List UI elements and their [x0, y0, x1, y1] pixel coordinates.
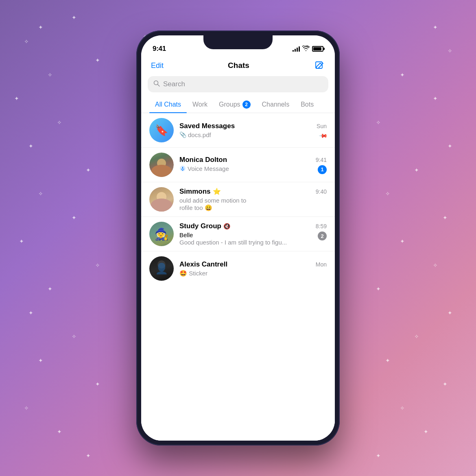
avatar-alexis: 👤 [149, 256, 174, 281]
mute-icon-study: 🔇 [223, 223, 230, 229]
avatar-saved: 🔖 [149, 118, 174, 142]
tab-bots-label: Bots [301, 101, 314, 108]
chat-time-study: 8:59 [316, 223, 327, 229]
chat-preview-row-study: Belle Good question - I am still trying … [179, 231, 327, 246]
app-content: Edit Chats Search [141, 57, 335, 441]
compose-icon [314, 61, 324, 70]
avatar-simmons [149, 187, 174, 212]
svg-line-2 [158, 85, 160, 87]
chat-content-saved: Saved Messages Sun 📎 docs.pdf 📌 [179, 122, 327, 139]
chat-top-row-study: Study Group 🔇 8:59 [179, 222, 327, 230]
chats-header: Edit Chats [141, 57, 335, 76]
chat-item-simmons[interactable]: Simmons ⭐ 9:40 ould add some motion to r… [141, 182, 335, 217]
chat-top-row-simmons: Simmons ⭐ 9:40 [179, 188, 327, 196]
bookmark-icon: 🔖 [155, 124, 168, 137]
chat-top-row-monica: Monica Dolton 9:41 [179, 156, 327, 164]
chat-name-study: Study Group 🔇 [179, 222, 230, 230]
chats-title: Chats [228, 61, 249, 70]
chat-content-alexis: Alexis Cantrell Mon 🤩 Sticker [179, 260, 327, 277]
avatar-study-photo: 🧙 [149, 222, 174, 246]
wifi-icon [302, 46, 310, 52]
chat-item-monica[interactable]: Monica Dolton 9:41 [141, 148, 335, 182]
study-avatar-emoji: 🧙 [149, 222, 174, 246]
chat-time-monica: 9:41 [316, 157, 327, 163]
signal-bar-2 [295, 49, 296, 52]
search-placeholder: Search [163, 80, 185, 88]
chat-time-alexis: Mon [316, 261, 327, 268]
tab-groups[interactable]: Groups 2 [213, 97, 256, 113]
search-icon-svg [153, 80, 160, 87]
search-icon [153, 80, 160, 88]
chat-preview-row-simmons: ould add some motion to rofile too 😄 [179, 197, 327, 212]
chat-preview-row-alexis: 🤩 Sticker [179, 270, 327, 277]
chat-content-monica: Monica Dolton 9:41 [179, 156, 327, 174]
tab-groups-badge: 2 [242, 100, 251, 109]
signal-icon [293, 46, 300, 52]
chat-name-monica: Monica Dolton [179, 156, 227, 164]
chat-preview-monica: Voice Message [179, 165, 293, 172]
chat-preview-alexis: 🤩 Sticker [179, 270, 293, 277]
chat-preview-row-monica: Voice Message 1 [179, 165, 327, 174]
tab-all-chats[interactable]: All Chats [149, 97, 187, 113]
chat-item-study[interactable]: 🧙 Study Group 🔇 8:59 [141, 217, 335, 251]
battery-icon [312, 46, 323, 52]
avatar-monica [149, 153, 174, 177]
tab-channels-label: Channels [262, 101, 290, 108]
signal-bar-4 [299, 46, 300, 52]
phone-screen: 9:41 [141, 35, 335, 441]
avatar-simmons-photo [149, 187, 174, 212]
paperclip-icon: 📎 [179, 131, 186, 138]
unread-badge-study: 2 [318, 231, 327, 240]
status-time: 9:41 [153, 45, 166, 53]
chat-top-row-alexis: Alexis Cantrell Mon [179, 260, 327, 269]
chat-time-saved: Sun [317, 123, 327, 129]
tab-channels[interactable]: Channels [256, 97, 295, 113]
chat-preview-saved: 📎 docs.pdf [179, 131, 293, 138]
pin-icon-saved: 📌 [319, 131, 328, 140]
tab-work-label: Work [192, 101, 207, 108]
tab-bots[interactable]: Bots [295, 97, 319, 113]
phone-notch [203, 35, 273, 49]
unread-badge-monica: 1 [318, 165, 327, 174]
chat-content-simmons: Simmons ⭐ 9:40 ould add some motion to r… [179, 188, 327, 212]
chat-name-simmons: Simmons ⭐ [179, 188, 221, 196]
chat-item-alexis[interactable]: 👤 Alexis Cantrell Mon 🤩 Sticker [141, 251, 335, 286]
filter-tabs: All Chats Work Groups 2 Channels Bots [141, 97, 335, 113]
avatar-monica-photo [149, 153, 174, 177]
signal-bar-3 [297, 48, 298, 52]
status-icons [293, 46, 323, 52]
signal-bar-1 [293, 50, 294, 52]
chat-preview-simmons-2: rofile too 😄 [179, 204, 246, 212]
chat-preview-study-msg: Good question - I am still trying to fig… [179, 239, 287, 246]
chat-content-study: Study Group 🔇 8:59 Belle Good question -… [179, 222, 327, 246]
tab-all-chats-label: All Chats [155, 101, 181, 108]
svg-rect-4 [182, 167, 183, 169]
chat-preview-study: Belle Good question - I am still trying … [179, 231, 287, 246]
battery-level [313, 47, 321, 50]
chat-name-alexis: Alexis Cantrell [179, 260, 227, 269]
chat-preview-row-saved: 📎 docs.pdf 📌 [179, 131, 327, 139]
edit-button[interactable]: Edit [151, 61, 164, 70]
chat-preview-simmons-1: ould add some motion to [179, 197, 246, 204]
chat-top-row-saved: Saved Messages Sun [179, 122, 327, 130]
compose-button[interactable] [314, 60, 325, 71]
voice-message-icon [179, 165, 186, 172]
search-bar[interactable]: Search [148, 76, 328, 92]
alexis-avatar-silhouette: 👤 [149, 256, 174, 281]
chat-list: 🔖 Saved Messages Sun 📎 docs.pdf � [141, 113, 335, 441]
tab-groups-label: Groups [219, 101, 240, 108]
phone-shell: 9:41 [136, 31, 340, 445]
tab-work[interactable]: Work [187, 97, 213, 113]
chat-name-saved: Saved Messages [179, 122, 235, 130]
avatar-alexis-photo: 👤 [149, 256, 174, 281]
avatar-study: 🧙 [149, 222, 174, 246]
chat-time-simmons: 9:40 [316, 188, 327, 195]
chat-sender-study: Belle [179, 231, 287, 238]
chat-item-saved[interactable]: 🔖 Saved Messages Sun 📎 docs.pdf � [141, 113, 335, 148]
star-icon-simmons: ⭐ [213, 188, 221, 195]
chat-preview-simmons: ould add some motion to rofile too 😄 [179, 197, 246, 212]
